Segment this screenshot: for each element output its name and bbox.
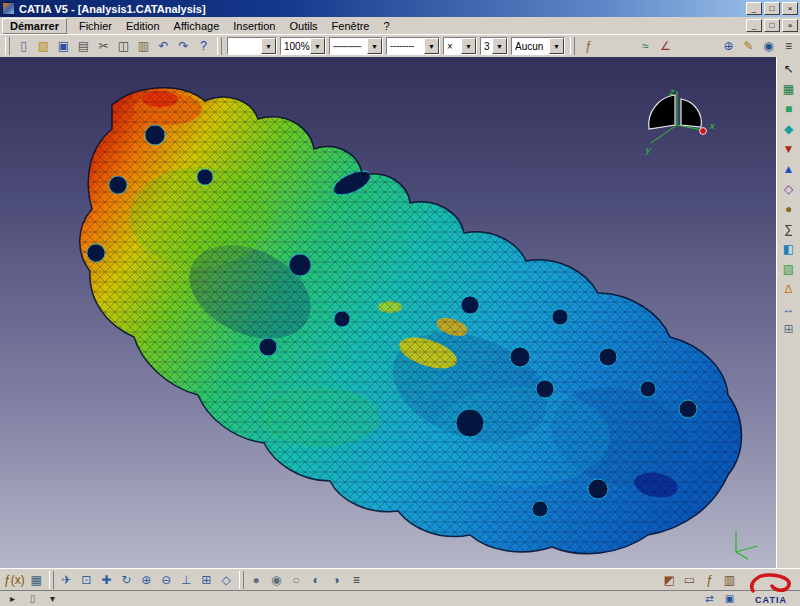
point-symbol-combo[interactable]: × ▼ [443,37,477,55]
color-combo[interactable]: ▼ [227,37,277,55]
open-folder-icon[interactable]: ▨ [34,37,53,55]
hide-show-icon[interactable]: ◐ [307,571,326,589]
zoom-in-icon[interactable]: ⊕ [137,571,156,589]
swap-space-icon[interactable]: ◑ [327,571,346,589]
mass-icon[interactable]: ● [779,200,799,218]
toolbar-drag-handle[interactable] [570,37,575,55]
window-minimize-button[interactable]: _ [746,2,762,15]
compass-manipulation-handle[interactable] [700,128,707,135]
chevron-down-icon[interactable]: ▼ [492,38,507,54]
cut-icon[interactable]: ✂ [94,37,113,55]
context-help-icon[interactable]: ? [194,37,213,55]
copy-icon[interactable]: ◫ [114,37,133,55]
shading-edges-icon[interactable]: ◉ [267,571,286,589]
formula-icon[interactable]: ƒ [579,37,598,55]
menu-aide[interactable]: ? [377,19,397,33]
save-icon[interactable]: ▣ [54,37,73,55]
menu-insertion[interactable]: Insertion [226,19,282,33]
menu-edition[interactable]: Edition [119,19,167,33]
chevron-down-icon[interactable]: ▼ [261,38,276,54]
apply-material-icon[interactable]: ◩ [660,571,679,589]
point-size-combo[interactable]: 3 ▼ [480,37,508,55]
sketch-icon[interactable]: ✎ [739,37,758,55]
catia-window: CATIA V5 - [Analysis1.CATAnalysis] _ □ ×… [0,0,800,606]
window-close-button[interactable]: × [782,2,798,15]
menu-fenetre[interactable]: Fenêtre [325,19,377,33]
compute-icon[interactable]: ∑ [779,220,799,238]
knowledge-advisor-icon[interactable]: ƒ [700,571,719,589]
deformation-icon[interactable]: ▧ [779,260,799,278]
status-bar: ▸▯▾ ⇄▣ [0,590,800,606]
surface-property-icon[interactable]: ◆ [779,120,799,138]
measure-icon[interactable]: ↔ [779,300,799,318]
compass-y-label: y [645,145,652,155]
workbench-icon[interactable]: ▣ [720,592,739,606]
viewport-3d[interactable]: z y x [0,57,776,568]
menu-affichage[interactable]: Affichage [167,19,227,33]
wireframe-icon[interactable]: ○ [287,571,306,589]
chevron-down-icon[interactable]: ▼ [424,38,439,54]
solid-property-icon[interactable]: ■ [779,100,799,118]
line-weight-combo[interactable]: ──── ▼ [329,37,383,55]
menu-demarrer[interactable]: Démarrer [2,18,67,34]
catalog-icon[interactable]: ▥ [720,571,739,589]
menu-fichier[interactable]: Fichier [72,19,119,33]
shading-icon[interactable]: ● [247,571,266,589]
line-type-combo[interactable]: ╌╌╌╌ ▼ [386,37,440,55]
tools-bottom-toolbar: ◩▭ƒ▥ [660,571,739,589]
results-image-icon[interactable]: ◧ [779,240,799,258]
toolbar-drag-handle[interactable] [5,37,10,55]
document-minimize-button[interactable]: _ [746,19,762,32]
fx-icon[interactable]: ƒ(x) [3,571,26,589]
pan-icon[interactable]: ✚ [97,571,116,589]
design-table-icon[interactable]: ▦ [27,571,46,589]
iso-view-icon[interactable]: ◇ [217,571,236,589]
menu-outils[interactable]: Outils [282,19,324,33]
rotate-icon[interactable]: ↻ [117,571,136,589]
document-close-button[interactable]: × [782,19,798,32]
loads-icon[interactable]: ▼ [779,140,799,158]
redo-icon[interactable]: ↷ [174,37,193,55]
groups-icon[interactable]: ⊞ [779,320,799,338]
multi-view-icon[interactable]: ⊞ [197,571,216,589]
main-toolbar: ▯▨▣▤✂◫▥↶↷? ▼ 100% ▼ ──── ▼ ╌╌╌╌ ▼ × ▼ 3 … [0,34,800,57]
axis-system-icon[interactable]: ∠ [656,37,675,55]
link-manager-icon[interactable]: ⇄ [700,592,719,606]
compass-tool-icon[interactable]: ⊕ [719,37,738,55]
paste-icon[interactable]: ▥ [134,37,153,55]
graph-icon[interactable]: ≈ [636,37,655,55]
transparency-combo[interactable]: 100% ▼ [280,37,326,55]
chevron-down-icon[interactable]: ▼ [367,38,382,54]
window-restore-button[interactable]: □ [764,2,780,15]
new-document-icon[interactable]: ▯ [14,37,33,55]
specification-tree-icon[interactable]: ≡ [347,571,366,589]
fit-all-icon[interactable]: ⊡ [77,571,96,589]
view-compass[interactable]: z y x [631,85,715,163]
drafting-icon[interactable]: ▭ [680,571,699,589]
expand-more-icon[interactable]: ▾ [43,592,62,606]
fly-mode-icon[interactable]: ✈ [57,571,76,589]
toolbar-drag-handle[interactable] [217,37,222,55]
restraints-icon[interactable]: ▲ [779,160,799,178]
toolbar-drag-handle[interactable] [239,571,244,589]
zoom-out-icon[interactable]: ⊖ [157,571,176,589]
layer-filter-combo[interactable]: Aucun ▼ [511,37,565,55]
view-navigation-toolbar: ✈⊡✚↻⊕⊖⊥⊞◇ [57,571,236,589]
camera-view-icon[interactable]: ◉ [759,37,778,55]
compass-x-label: x [709,121,715,131]
chevron-down-icon[interactable]: ▼ [310,38,325,54]
chevron-down-icon[interactable]: ▼ [549,38,564,54]
print-icon[interactable]: ▤ [74,37,93,55]
undo-icon[interactable]: ↶ [154,37,173,55]
chevron-down-icon[interactable]: ▼ [461,38,476,54]
analysis-tools-icon[interactable]: ∆ [779,280,799,298]
toolbar-drag-handle[interactable] [49,571,54,589]
normal-view-icon[interactable]: ⊥ [177,571,196,589]
select-arrow-icon[interactable]: ↖ [779,60,799,78]
virtual-part-icon[interactable]: ◇ [779,180,799,198]
document-restore-button[interactable]: □ [764,19,780,32]
mesh-icon[interactable]: ▦ [779,80,799,98]
document-icon[interactable]: ▯ [23,592,42,606]
tools-palette-icon[interactable]: ▸ [3,592,22,606]
options-icon[interactable]: ≡ [779,37,798,55]
